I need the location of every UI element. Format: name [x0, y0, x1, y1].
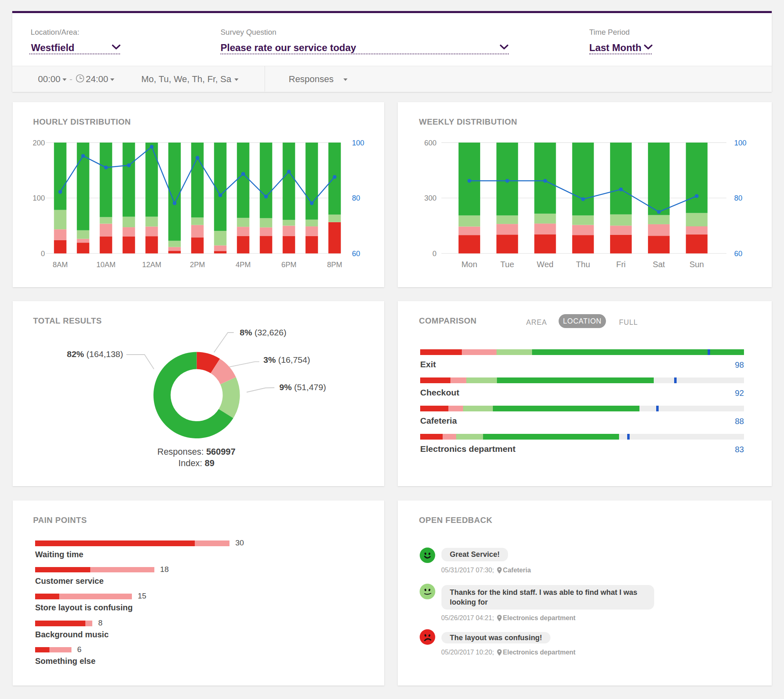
- svg-text:9% (51,479): 9% (51,479): [279, 382, 326, 391]
- svg-text:Mon: Mon: [461, 260, 477, 269]
- svg-text:80: 80: [734, 194, 742, 202]
- svg-text:2PM: 2PM: [190, 261, 205, 269]
- svg-text:8AM: 8AM: [53, 261, 68, 269]
- svg-text:4PM: 4PM: [236, 261, 251, 269]
- svg-text:Sat: Sat: [653, 260, 665, 269]
- svg-text:200: 200: [33, 138, 45, 147]
- svg-text:0: 0: [41, 249, 45, 257]
- svg-text:100: 100: [352, 138, 364, 147]
- svg-text:60: 60: [734, 249, 742, 257]
- svg-text:8% (32,626): 8% (32,626): [240, 327, 286, 337]
- svg-text:Responses: 560997: Responses: 560997: [157, 447, 235, 457]
- svg-text:0: 0: [432, 249, 437, 257]
- svg-text:Fri: Fri: [616, 260, 626, 269]
- svg-text:100: 100: [33, 194, 45, 202]
- svg-text:80: 80: [352, 194, 360, 202]
- svg-text:8PM: 8PM: [327, 261, 342, 269]
- svg-text:Sun: Sun: [689, 260, 704, 269]
- svg-text:600: 600: [424, 138, 437, 147]
- svg-text:3% (16,754): 3% (16,754): [263, 355, 310, 364]
- svg-text:Wed: Wed: [537, 260, 554, 269]
- svg-text:100: 100: [734, 138, 746, 147]
- svg-text:60: 60: [352, 249, 360, 257]
- svg-text:12AM: 12AM: [142, 261, 161, 269]
- svg-text:Tue: Tue: [500, 260, 514, 269]
- svg-text:Thu: Thu: [576, 260, 590, 269]
- svg-text:300: 300: [424, 194, 437, 202]
- svg-text:6PM: 6PM: [281, 261, 296, 269]
- svg-text:10AM: 10AM: [96, 261, 116, 269]
- svg-text:82% (164,138): 82% (164,138): [67, 349, 123, 358]
- svg-text:Index: 89: Index: 89: [178, 458, 215, 468]
